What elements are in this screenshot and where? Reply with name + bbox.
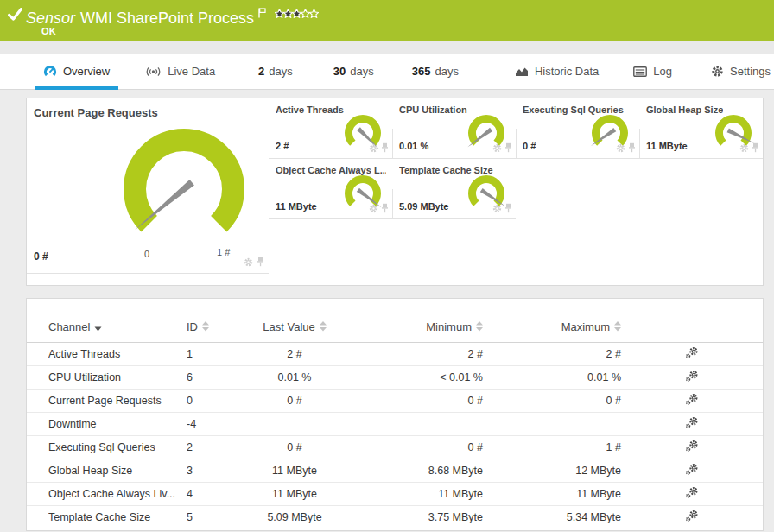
gauge-dial xyxy=(115,124,253,254)
tab-30-days[interactable]: 30 days xyxy=(325,54,383,89)
channel-settings-icon[interactable] xyxy=(685,463,699,476)
channel-maximum: 12 MByte xyxy=(483,459,621,482)
channel-settings-icon[interactable] xyxy=(685,370,699,383)
channel-maximum xyxy=(483,412,621,435)
gauge-title: CPU Utilization xyxy=(399,104,467,115)
log-icon xyxy=(633,66,647,77)
gauge-current-value: 11 MByte xyxy=(646,141,688,151)
channel-settings-icon[interactable] xyxy=(685,440,699,453)
tab-365-days[interactable]: 365 days xyxy=(403,54,467,89)
gauge-current-value: 0 # xyxy=(523,141,536,151)
table-row[interactable]: Global Heap Size 3 11 MByte 8.68 MByte 1… xyxy=(27,459,763,482)
gauge-settings-icon[interactable] xyxy=(492,141,502,156)
channel-minimum: 0 # xyxy=(329,435,483,459)
channel-name[interactable]: Current Page Requests xyxy=(27,389,187,412)
channel-last-value: 0 # xyxy=(260,389,329,412)
table-row[interactable]: Executing Sql Queries 2 0 # 0 # 1 # xyxy=(27,435,763,459)
gauge-settings-icon[interactable] xyxy=(244,255,253,270)
small-gauge-global-heap-size[interactable]: Global Heap Size 11 MByte xyxy=(639,98,763,159)
column-header-last-value[interactable]: Last Value xyxy=(260,299,329,342)
table-header-row: Channel ID Last Value Minimum Maximum xyxy=(27,299,763,342)
sensor-header: SensorWMI SharePoint Process OK xyxy=(0,0,774,41)
channel-last-value: 0.01 % xyxy=(260,365,329,389)
channel-settings-icon[interactable] xyxy=(685,486,699,499)
channel-maximum: 5.34 MByte xyxy=(483,505,621,529)
tab-overview[interactable]: Overview xyxy=(35,54,118,89)
table-row[interactable]: Downtime -4 xyxy=(27,412,763,435)
gauge-current-value: 0 # xyxy=(34,250,48,263)
channel-id: 5 xyxy=(187,505,260,529)
tab-settings[interactable]: Settings xyxy=(702,54,774,89)
table-row[interactable]: CPU Utilization 6 0.01 % < 0.01 % 0.01 % xyxy=(27,365,763,389)
gauge-scale-max: 1 # xyxy=(217,247,230,257)
gauge-settings-icon[interactable] xyxy=(616,141,625,156)
tab-live-data[interactable]: Live Data xyxy=(136,54,224,89)
sort-desc-icon xyxy=(94,321,102,334)
gauge-settings-icon[interactable] xyxy=(369,201,378,217)
channel-settings-icon[interactable] xyxy=(685,510,699,522)
sort-both-icon xyxy=(476,321,483,334)
table-row[interactable]: Object Cache Always Liv... 4 11 MByte 11… xyxy=(27,482,763,505)
gauge-settings-icon[interactable] xyxy=(492,201,502,217)
primary-gauge[interactable]: Current Page Requests 0 # 0 1 # xyxy=(27,98,269,274)
table-row[interactable]: Current Page Requests 0 0 # 0 # 0 # xyxy=(27,389,763,412)
column-header-channel[interactable]: Channel xyxy=(27,299,187,342)
small-gauge-executing-sql-queries[interactable]: Executing Sql Queries 0 # xyxy=(516,98,639,159)
gear-icon xyxy=(711,65,724,78)
channel-name[interactable]: Global Heap Size xyxy=(27,459,187,482)
sensor-name: WMI SharePoint Process xyxy=(80,10,254,27)
gauge-settings-icon[interactable] xyxy=(369,141,378,156)
tab-number: 365 xyxy=(412,65,431,78)
channel-minimum: 0 # xyxy=(329,389,483,412)
channel-name[interactable]: Active Threads xyxy=(27,342,187,365)
pin-icon[interactable] xyxy=(381,141,389,156)
small-gauge-template-cache-size[interactable]: Template Cache Size 5.09 MByte xyxy=(392,159,516,219)
channel-minimum: 8.68 MByte xyxy=(329,459,483,482)
gauge-current-value: 0.01 % xyxy=(399,141,428,151)
flag-icon[interactable] xyxy=(258,4,266,22)
small-gauges-grid: Active Threads 2 # CPU Utilization 0.01 … xyxy=(269,98,763,219)
tab-label: Historic Data xyxy=(535,65,599,78)
tab-log[interactable]: Log xyxy=(625,54,681,89)
channel-last-value xyxy=(260,412,329,435)
small-gauge-object-cache[interactable]: Object Cache Always L... 11 MByte xyxy=(269,159,392,219)
gauge-settings-icon[interactable] xyxy=(739,141,749,156)
channel-name[interactable]: Executing Sql Queries xyxy=(27,435,187,459)
pin-icon[interactable] xyxy=(504,141,512,156)
channel-name[interactable]: Object Cache Always Liv... xyxy=(27,482,187,505)
channel-settings-icon[interactable] xyxy=(685,416,699,429)
tab-number: 2 xyxy=(258,65,264,78)
channel-name[interactable]: CPU Utilization xyxy=(27,365,187,389)
column-header-minimum[interactable]: Minimum xyxy=(329,299,483,342)
priority-stars[interactable] xyxy=(275,4,318,22)
page-title: SensorWMI SharePoint Process xyxy=(26,4,318,28)
check-icon xyxy=(8,8,22,24)
channel-last-value: 0 # xyxy=(260,435,329,459)
pin-icon[interactable] xyxy=(504,201,512,217)
sort-both-icon xyxy=(320,321,327,334)
channel-minimum: < 0.01 % xyxy=(329,365,483,389)
channel-maximum: 2 # xyxy=(483,342,621,365)
table-row[interactable]: Template Cache Size 5 5.09 MByte 3.75 MB… xyxy=(27,505,763,529)
small-gauge-active-threads[interactable]: Active Threads 2 # xyxy=(269,98,392,159)
pin-icon[interactable] xyxy=(257,255,264,270)
channel-name[interactable]: Downtime xyxy=(27,412,187,435)
pin-icon[interactable] xyxy=(628,141,636,156)
gauges-panel: Current Page Requests 0 # 0 1 # Active T… xyxy=(26,98,764,286)
gauge-current-value: 5.09 MByte xyxy=(399,201,448,212)
channel-id: 2 xyxy=(187,435,260,459)
channel-minimum: 11 MByte xyxy=(329,482,483,505)
tab-historic-data[interactable]: Historic Data xyxy=(506,54,607,89)
channel-id: 1 xyxy=(187,342,260,365)
gauge-title: Current Page Requests xyxy=(34,106,158,119)
channel-settings-icon[interactable] xyxy=(685,393,699,406)
column-header-maximum[interactable]: Maximum xyxy=(483,299,621,342)
channel-settings-icon[interactable] xyxy=(685,346,699,359)
column-header-id[interactable]: ID xyxy=(187,299,260,342)
pin-icon[interactable] xyxy=(381,201,389,217)
table-row[interactable]: Active Threads 1 2 # 2 # 2 # xyxy=(27,342,763,365)
pin-icon[interactable] xyxy=(752,141,759,156)
small-gauge-cpu-utilization[interactable]: CPU Utilization 0.01 % xyxy=(392,98,516,159)
channel-name[interactable]: Template Cache Size xyxy=(27,505,187,529)
tab-2-days[interactable]: 2 days xyxy=(250,54,301,89)
